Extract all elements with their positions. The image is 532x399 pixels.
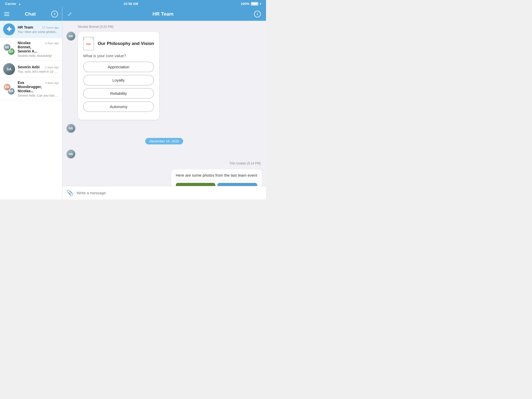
battery-label: 100% bbox=[241, 2, 249, 6]
chat-preview-3: You: sure, let's meet in 10 minutes! bbox=[18, 70, 59, 74]
chat-name-row-2: Nicolas Bonnet, Severin A... 2 days ago bbox=[18, 41, 59, 53]
expand-icon[interactable] bbox=[68, 11, 72, 17]
avatar-severin: SA bbox=[3, 63, 15, 75]
chat-name-row-3: Severin Aebi 2 days ago bbox=[18, 65, 59, 69]
poll-option-1[interactable]: Loyalty bbox=[83, 75, 154, 85]
msg-row-extra-1: NB bbox=[66, 124, 262, 133]
left-panel: Chat + ✚ HR Team 17 hours ago You: Here … bbox=[0, 7, 62, 200]
poll-header: PDF Our Philosophy and Vision bbox=[83, 37, 154, 50]
chat-item-severin[interactable]: SA Severin Aebi 2 days ago You: sure, le… bbox=[0, 61, 62, 78]
avatar-nicolas-severin: NB SA bbox=[3, 43, 15, 55]
hamburger-line-1 bbox=[4, 12, 9, 13]
poll-question: What is your core value? bbox=[83, 54, 154, 58]
chat-name: HR Team bbox=[18, 25, 33, 29]
msg-avatar-nicolas: NB bbox=[66, 32, 75, 41]
photo-grid bbox=[176, 183, 257, 186]
msg-row-extra-2: NB bbox=[66, 150, 262, 158]
pdf-label: PDF bbox=[86, 43, 91, 45]
chat-preview: You: Here are some photos from the last … bbox=[18, 30, 59, 34]
msg-avatar-extra-2: NB bbox=[66, 150, 75, 158]
msg-text: Here are some photos from the last team … bbox=[176, 173, 257, 177]
date-badge: December 16, 2015 bbox=[145, 138, 183, 144]
poll-option-0[interactable]: Appreciation bbox=[83, 62, 154, 72]
status-bar: Carrier 10:58 AM 100% bbox=[0, 0, 266, 7]
chat-info-hr-team: HR Team 17 hours ago You: Here are some … bbox=[18, 25, 59, 34]
status-left: Carrier bbox=[5, 2, 21, 6]
input-area: 📎 bbox=[62, 186, 266, 200]
hamburger-line-2 bbox=[4, 14, 9, 14]
msg-right-content: Here are some photos from the last team … bbox=[171, 169, 262, 186]
msg-avatar-extra-1: NB bbox=[66, 124, 75, 133]
pdf-icon: PDF bbox=[83, 37, 94, 50]
wifi-icon bbox=[18, 2, 21, 6]
chat-name-2: Nicolas Bonnet, Severin A... bbox=[18, 41, 43, 53]
chat-list: ✚ HR Team 17 hours ago You: Here are som… bbox=[0, 21, 62, 200]
left-header: Chat + bbox=[0, 7, 62, 21]
poll-title: Our Philosophy and Vision bbox=[98, 41, 154, 46]
chat-time-4: 2 days ago bbox=[45, 81, 59, 84]
chat-info-severin: Severin Aebi 2 days ago You: sure, let's… bbox=[18, 65, 59, 74]
messages-area: Nicolas Bonnet (3:20 PM) NB PDF Our Phil… bbox=[62, 21, 266, 186]
carrier-label: Carrier bbox=[5, 2, 16, 6]
hamburger-line-3 bbox=[4, 15, 9, 16]
chat-preview-2: Severin Aebi: Absolutely! bbox=[18, 54, 59, 58]
hamburger-menu[interactable] bbox=[4, 12, 9, 16]
message-input[interactable] bbox=[77, 191, 262, 195]
chat-time-3: 2 days ago bbox=[45, 66, 59, 69]
attach-icon[interactable]: 📎 bbox=[66, 190, 74, 196]
team-photo-2[interactable] bbox=[217, 183, 257, 186]
date-divider: December 16, 2015 bbox=[66, 138, 262, 144]
status-right: 100% bbox=[241, 2, 261, 6]
poll-card: PDF Our Philosophy and Vision What is yo… bbox=[78, 32, 159, 120]
right-panel-title: HR Team bbox=[152, 11, 174, 17]
msg-bubble-right: Here are some photos from the last team … bbox=[171, 169, 262, 186]
chat-name-row-4: Eva Moosbrugger, Nicolas... 2 days ago bbox=[18, 81, 59, 93]
chat-name-row: HR Team 17 hours ago bbox=[18, 25, 59, 29]
battery-tip bbox=[260, 3, 261, 5]
chat-preview-4: Severin Aebi: Can you have a look at the… bbox=[18, 94, 59, 97]
chat-name-3: Severin Aebi bbox=[18, 65, 39, 69]
msg-row-right: Here are some photos from the last team … bbox=[66, 169, 262, 186]
battery-icon bbox=[251, 2, 258, 5]
sender-time-label: Nicolas Bonnet (3:20 PM) bbox=[78, 25, 262, 29]
chat-time-2: 2 days ago bbox=[45, 42, 59, 45]
right-sender-time: Triin Uudam (5:14 PM) bbox=[66, 162, 262, 165]
chat-item-nicolas-severin[interactable]: NB SA Nicolas Bonnet, Severin A... 2 day… bbox=[0, 38, 62, 61]
add-chat-button[interactable]: + bbox=[51, 11, 58, 17]
chat-title: Chat bbox=[25, 11, 36, 17]
chat-item-hr-team[interactable]: ✚ HR Team 17 hours ago You: Here are som… bbox=[0, 21, 62, 38]
status-time: 10:58 AM bbox=[21, 2, 241, 6]
chat-info-eva-nicolas: Eva Moosbrugger, Nicolas... 2 days ago S… bbox=[18, 81, 59, 97]
chat-info-nicolas-severin: Nicolas Bonnet, Severin A... 2 days ago … bbox=[18, 41, 59, 58]
poll-option-3[interactable]: Autonomy bbox=[83, 101, 154, 112]
chat-name-4: Eva Moosbrugger, Nicolas... bbox=[18, 81, 43, 93]
chat-time: 17 hours ago bbox=[42, 26, 59, 29]
poll-option-2[interactable]: Reliability bbox=[83, 88, 154, 99]
avatar-eva-nicolas: EM NB bbox=[3, 83, 15, 95]
right-header: HR Team i bbox=[62, 7, 266, 21]
avatar-hr-team: ✚ bbox=[3, 23, 15, 35]
right-panel: HR Team i Nicolas Bonnet (3:20 PM) NB PD… bbox=[62, 7, 266, 200]
chat-item-eva-nicolas[interactable]: EM NB Eva Moosbrugger, Nicolas... 2 days… bbox=[0, 78, 62, 100]
msg-row-poll: NB PDF Our Philosophy and Vision What is… bbox=[66, 32, 262, 120]
team-photo-1[interactable] bbox=[176, 183, 216, 186]
nicolas-sender: Nicolas Bonnet (3:20 PM) bbox=[78, 25, 114, 29]
main-layout: Chat + ✚ HR Team 17 hours ago You: Here … bbox=[0, 7, 266, 200]
info-button[interactable]: i bbox=[254, 11, 261, 17]
triin-sender: Triin Uudam (5:14 PM) bbox=[229, 162, 261, 165]
